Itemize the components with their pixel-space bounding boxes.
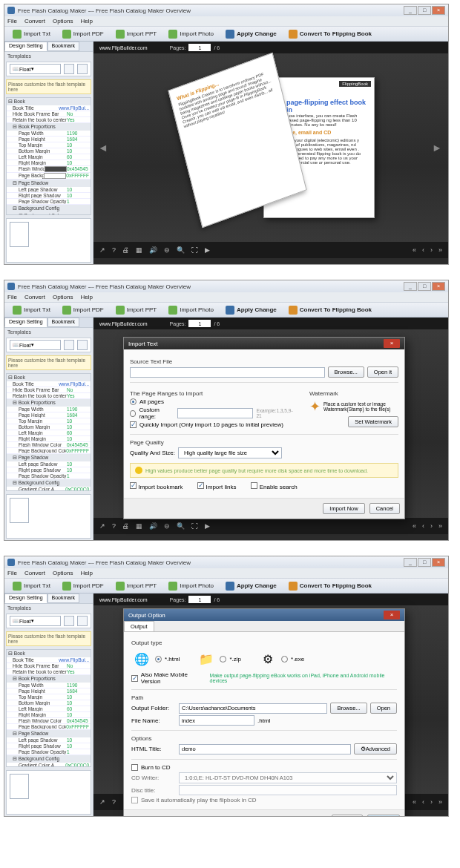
help-icon[interactable]: ? xyxy=(112,522,116,530)
menu-options[interactable]: Options xyxy=(53,18,73,24)
share-icon[interactable]: ↗ xyxy=(99,522,105,530)
template-save-icon[interactable] xyxy=(77,64,88,74)
print-icon[interactable]: 🖨 xyxy=(122,246,129,254)
close-button[interactable]: × xyxy=(432,282,445,291)
import-bookmark-checkbox[interactable] xyxy=(130,482,137,489)
fullscreen-icon[interactable]: ⛶ xyxy=(191,246,198,254)
minimize-button[interactable]: _ xyxy=(404,6,417,15)
advanced-button[interactable]: ⚙ Advanced xyxy=(354,743,397,754)
autoplay-checkbox[interactable] xyxy=(131,797,138,803)
share-icon[interactable]: ↗ xyxy=(99,246,105,254)
template-dropdown[interactable]: 📖 Float ▾ xyxy=(10,340,61,350)
apply-change-button[interactable]: Apply Change xyxy=(222,304,280,316)
close-button[interactable]: × xyxy=(432,6,445,15)
template-dropdown[interactable]: 📖 Float ▾ xyxy=(10,616,61,626)
prev-page-arrow[interactable]: ◄ xyxy=(98,142,110,154)
prev-icon[interactable]: ‹ xyxy=(422,522,424,530)
prev-icon[interactable]: ‹ xyxy=(422,798,424,806)
mobile-checkbox[interactable] xyxy=(131,675,138,682)
template-save-icon[interactable] xyxy=(77,616,88,626)
zoom-out-icon[interactable]: ⊖ xyxy=(164,522,170,530)
fullscreen-icon[interactable]: ⛶ xyxy=(191,522,198,530)
source-file-input[interactable] xyxy=(130,367,325,378)
first-page-icon[interactable]: « xyxy=(413,522,416,530)
open-it-button[interactable]: Open it xyxy=(367,366,398,378)
convert-button[interactable]: Convert xyxy=(367,815,400,816)
file-name-input[interactable] xyxy=(179,715,254,726)
page-input[interactable] xyxy=(188,44,211,51)
search-icon[interactable]: 🔍 xyxy=(177,522,185,530)
quality-dropdown[interactable]: High quality large file size xyxy=(178,447,282,458)
enable-search-checkbox[interactable] xyxy=(251,482,257,489)
set-watermark-button[interactable]: Set Watermark xyxy=(348,416,398,427)
tab-bookmark[interactable]: Bookmark xyxy=(47,594,80,603)
last-page-icon[interactable]: » xyxy=(438,246,442,254)
tab-bookmark[interactable]: Bookmark xyxy=(47,318,80,327)
help-icon[interactable]: ? xyxy=(112,798,116,806)
close-button[interactable]: × xyxy=(432,558,445,567)
import-txt-button[interactable]: Import Txt xyxy=(9,28,54,40)
sound-icon[interactable]: 🔊 xyxy=(149,522,157,530)
apply-change-button[interactable]: Apply Change xyxy=(222,28,280,40)
import-ppt-button[interactable]: Import PPT xyxy=(112,580,160,592)
dialog-close-button[interactable]: × xyxy=(384,611,400,619)
import-txt-button[interactable]: Import Txt xyxy=(9,580,54,592)
menu-options[interactable]: Options xyxy=(53,570,73,576)
browse-button[interactable]: Browse... xyxy=(330,703,367,714)
page-input[interactable] xyxy=(188,320,211,327)
first-page-icon[interactable]: « xyxy=(413,798,416,806)
thumbnails-icon[interactable]: ▦ xyxy=(136,246,142,254)
property-tree[interactable]: ⊟ Book Book Titlewww.FlipBui... Hide Boo… xyxy=(6,97,91,215)
search-icon[interactable]: 🔍 xyxy=(177,246,185,254)
menu-help[interactable]: Help xyxy=(80,570,92,576)
import-photo-button[interactable]: Import Photo xyxy=(165,28,217,40)
last-page-icon[interactable]: » xyxy=(438,798,442,806)
cancel-button[interactable]: Cancel xyxy=(369,503,400,514)
convert-button[interactable]: Convert To Flipping Book xyxy=(285,304,375,316)
menu-help[interactable]: Help xyxy=(80,294,92,300)
template-open-icon[interactable] xyxy=(64,64,74,74)
custom-range-input[interactable] xyxy=(177,408,253,418)
menu-convert[interactable]: Convert xyxy=(24,18,45,24)
import-pdf-button[interactable]: Import PDF xyxy=(59,580,108,592)
menu-file[interactable]: File xyxy=(7,18,17,24)
burn-cd-checkbox[interactable] xyxy=(131,764,138,771)
menu-convert[interactable]: Convert xyxy=(24,570,45,576)
prev-icon[interactable]: ‹ xyxy=(422,246,424,254)
cancel-button[interactable]: Cancel xyxy=(332,815,362,816)
quick-import-checkbox[interactable] xyxy=(130,421,137,428)
import-pdf-button[interactable]: Import PDF xyxy=(59,28,108,40)
property-tree[interactable]: ⊟ Book Book Titlewww.FlipBui... Hide Boo… xyxy=(6,649,91,767)
convert-button[interactable]: Convert To Flipping Book xyxy=(285,580,375,592)
import-pdf-button[interactable]: Import PDF xyxy=(59,304,108,316)
dialog-close-button[interactable]: × xyxy=(384,339,400,348)
template-open-icon[interactable] xyxy=(64,616,74,626)
import-txt-button[interactable]: Import Txt xyxy=(9,304,54,316)
thumbnails-icon[interactable]: ▦ xyxy=(136,522,142,530)
autoplay-icon[interactable]: ▶ xyxy=(205,246,210,254)
maximize-button[interactable]: □ xyxy=(418,558,431,567)
print-icon[interactable]: 🖨 xyxy=(122,522,129,530)
import-ppt-button[interactable]: Import PPT xyxy=(112,304,160,316)
menu-convert[interactable]: Convert xyxy=(24,294,45,300)
template-open-icon[interactable] xyxy=(64,340,74,350)
page-input[interactable] xyxy=(188,596,211,603)
template-dropdown[interactable]: 📖 Float ▾ xyxy=(10,64,61,74)
import-photo-button[interactable]: Import Photo xyxy=(165,304,217,316)
tab-design-setting[interactable]: Design Setting xyxy=(4,42,47,51)
maximize-button[interactable]: □ xyxy=(418,282,431,291)
zip-radio[interactable] xyxy=(220,656,226,662)
next-icon[interactable]: › xyxy=(430,246,433,254)
import-photo-button[interactable]: Import Photo xyxy=(165,580,217,592)
next-icon[interactable]: › xyxy=(430,522,433,530)
cd-writer-dropdown[interactable]: 1:0:0,E: HL-DT-ST DVD-ROM DH40N A103 xyxy=(179,772,397,783)
minimize-button[interactable]: _ xyxy=(404,282,417,291)
import-links-checkbox[interactable] xyxy=(197,482,204,489)
all-pages-radio[interactable] xyxy=(130,398,137,405)
convert-button[interactable]: Convert To Flipping Book xyxy=(285,28,375,40)
tab-output[interactable]: Output xyxy=(124,621,154,631)
disc-title-input[interactable] xyxy=(179,785,397,795)
next-icon[interactable]: › xyxy=(430,798,433,806)
tab-design-setting[interactable]: Design Setting xyxy=(4,594,47,603)
sound-icon[interactable]: 🔊 xyxy=(149,246,157,254)
